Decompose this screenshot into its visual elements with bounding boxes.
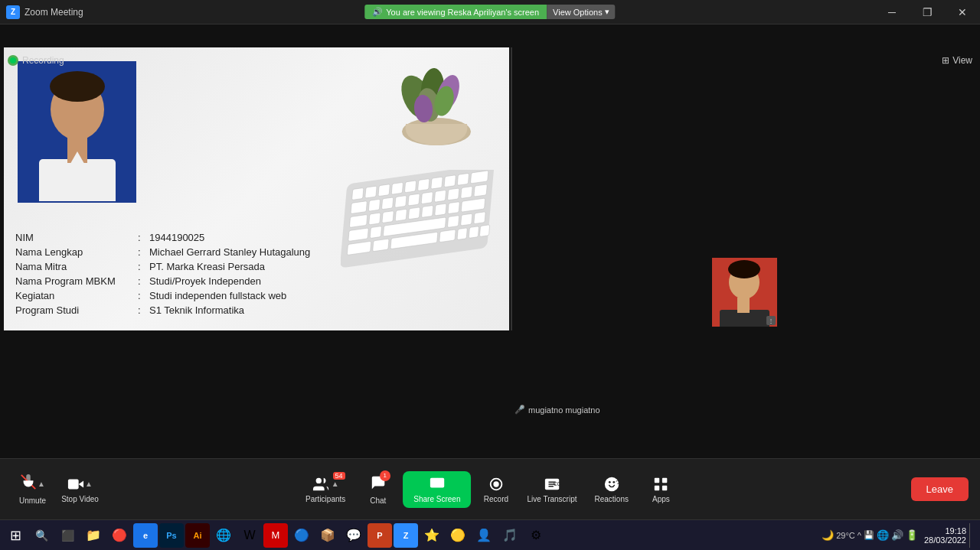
participant-name-badge: 🎤 mugiatno mugiatno xyxy=(514,405,600,415)
program-studi-row: Program Studi : S1 Teknik Informatika xyxy=(15,304,498,316)
unmute-button[interactable]: ▲ Unmute xyxy=(11,470,54,509)
chevron-tray-icon[interactable]: ^ xyxy=(858,531,861,540)
speaker-icon: 🔊 xyxy=(372,7,383,17)
app1-taskbar[interactable]: M xyxy=(263,523,288,548)
ppt-taskbar[interactable]: P xyxy=(368,523,392,548)
chrome-taskbar[interactable]: 🔴 xyxy=(107,523,132,548)
svg-point-58 xyxy=(728,260,760,278)
svg-rect-40 xyxy=(435,203,446,216)
nama-lengkap-label: Nama Lengkap xyxy=(15,246,138,258)
video-icon xyxy=(67,476,84,493)
record-button[interactable]: Record xyxy=(475,472,517,507)
stop-video-label: Stop Video xyxy=(61,495,99,503)
apps-button[interactable]: Apps xyxy=(640,472,682,507)
hd-tray-icon: 💾 xyxy=(864,530,874,540)
shared-screen-area: NIM : 1944190025 Nama Lengkap : Michael … xyxy=(4,47,509,330)
nim-label: NIM xyxy=(15,232,138,243)
participants-button[interactable]: 54 ▲ Participants xyxy=(298,472,353,507)
chat-button[interactable]: 1 Chat xyxy=(357,470,399,509)
profile-person xyxy=(24,63,131,201)
settings-taskbar[interactable]: ⚙ xyxy=(524,523,548,548)
minimize-button[interactable]: ─ xyxy=(874,0,910,24)
nama-mitra-label: Nama Mitra xyxy=(15,261,138,272)
kegiatan-label: Kegiatan xyxy=(15,290,138,301)
maximize-button[interactable]: ❐ xyxy=(910,0,945,24)
word-taskbar[interactable]: W xyxy=(237,523,262,548)
svg-point-73 xyxy=(605,477,619,490)
svg-rect-76 xyxy=(655,477,659,482)
kegiatan-row: Kegiatan : Studi independen fullstack we… xyxy=(15,290,498,301)
svg-rect-21 xyxy=(444,175,456,187)
clock-display: 19:18 28/03/2022 xyxy=(924,526,966,545)
toolbar-right: Leave xyxy=(911,477,969,501)
firefox-taskbar[interactable]: e xyxy=(133,523,158,548)
svg-rect-25 xyxy=(368,199,380,211)
unmute-caret[interactable]: ▲ xyxy=(38,480,45,488)
record-label: Record xyxy=(484,495,508,503)
live-transcript-button[interactable]: CC Live Transcript xyxy=(521,472,583,507)
participant-video-thumbnail: ⋮ xyxy=(712,258,777,327)
svg-rect-27 xyxy=(395,195,407,207)
share-screen-button[interactable]: Share Screen xyxy=(403,471,471,508)
start-button[interactable]: ⊞ xyxy=(3,523,28,548)
taskbar-right: 🌙 29°C ^ 💾 🌐 🔊 🔋 19:18 28/03/2022 xyxy=(822,523,980,548)
mic-muted-icon: 🎤 xyxy=(514,405,525,415)
person-svg xyxy=(24,63,131,201)
close-button[interactable]: ✕ xyxy=(945,0,980,24)
nama-program-label: Nama Program MBKM xyxy=(15,275,138,287)
leave-button[interactable]: Leave xyxy=(911,477,969,501)
participants-icon xyxy=(312,476,329,493)
svg-rect-19 xyxy=(418,179,430,191)
svg-rect-23 xyxy=(470,171,488,184)
apps-label: Apps xyxy=(652,495,670,503)
nama-program-row: Nama Program MBKM : Studi/Proyek Indepen… xyxy=(15,275,498,287)
svg-rect-20 xyxy=(431,177,443,189)
view-button-top[interactable]: ⊞ View xyxy=(942,55,972,66)
file-explorer-taskbar[interactable]: 📁 xyxy=(81,523,106,548)
zoom-toolbar: ▲ Unmute ▲ Stop Video xyxy=(0,458,980,519)
program-studi-value: S1 Teknik Informatika xyxy=(149,304,498,316)
show-desktop-button[interactable] xyxy=(969,523,975,548)
edge-taskbar[interactable]: 🌐 xyxy=(211,523,236,548)
card-content: NIM : 1944190025 Nama Lengkap : Michael … xyxy=(4,47,509,330)
app5-taskbar[interactable]: 🟡 xyxy=(446,523,470,548)
clock-date: 28/03/2022 xyxy=(924,535,966,545)
reactions-button[interactable]: Reactions xyxy=(586,472,635,507)
illustrator-taskbar[interactable]: Ai xyxy=(185,523,210,548)
share-screen-icon xyxy=(429,476,446,493)
screen-divider xyxy=(511,47,512,330)
participants-caret[interactable]: ▲ xyxy=(332,480,339,488)
taskbar-left: ⊞ 🔍 ⬛ 📁 🔴 e Ps Ai 🌐 W M 🔵 📦 💬 P Z ⭐ 🟡 👤 … xyxy=(0,523,548,548)
photoshop-taskbar[interactable]: Ps xyxy=(159,523,184,548)
app2-taskbar[interactable]: 🔵 xyxy=(289,523,314,548)
svg-rect-78 xyxy=(655,485,659,490)
screen-share-badge: 🔊 You are viewing Reska Apriliyan's scre… xyxy=(364,5,547,19)
nim-row: NIM : 1944190025 xyxy=(15,232,498,243)
whatsapp-taskbar[interactable]: 💬 xyxy=(341,523,366,548)
volume-tray-icon: 🔊 xyxy=(891,529,903,541)
svg-rect-29 xyxy=(421,192,433,204)
weather-taskbar: 🌙 xyxy=(822,529,834,541)
spotify-taskbar[interactable]: 🎵 xyxy=(498,523,522,548)
apps-icon xyxy=(652,476,669,493)
app6-taskbar[interactable]: 👤 xyxy=(472,523,496,548)
video-caret[interactable]: ▲ xyxy=(85,480,93,488)
zoom-taskbar[interactable]: Z xyxy=(394,523,418,548)
plant-decoration xyxy=(387,55,479,147)
svg-rect-35 xyxy=(369,213,381,225)
task-view-button[interactable]: ⬛ xyxy=(55,523,80,548)
window-title: Zoom Meeting xyxy=(24,7,83,18)
record-icon xyxy=(488,476,505,493)
screen-share-text: You are viewing Reska Apriliyan's screen xyxy=(386,8,539,17)
chat-label: Chat xyxy=(370,496,386,505)
title-bar-left: Z Zoom Meeting xyxy=(0,5,83,19)
svg-point-75 xyxy=(612,480,615,483)
svg-rect-33 xyxy=(474,184,487,197)
view-options-button[interactable]: View Options ▾ xyxy=(547,5,616,19)
stop-video-button[interactable]: ▲ Stop Video xyxy=(55,472,105,507)
app3-taskbar[interactable]: 📦 xyxy=(315,523,340,548)
svg-rect-15 xyxy=(365,186,377,198)
search-taskbar-button[interactable]: 🔍 xyxy=(29,523,54,548)
app4-taskbar[interactable]: ⭐ xyxy=(420,523,444,548)
title-bar: Z Zoom Meeting 🔊 You are viewing Reska A… xyxy=(0,0,980,24)
